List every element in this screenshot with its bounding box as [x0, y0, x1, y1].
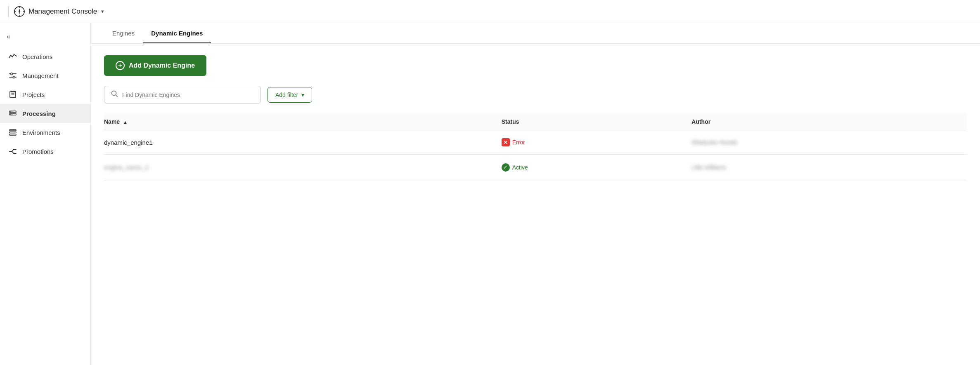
- engine-author-cell: Wladyslav Nowak: [685, 130, 967, 155]
- sidebar-item-projects-label: Projects: [22, 91, 45, 98]
- column-header-author: Author: [685, 113, 967, 130]
- filter-chevron-icon: ▾: [301, 92, 304, 98]
- engine-status-cell: ✕ Error: [495, 130, 685, 155]
- svg-point-18: [10, 111, 11, 112]
- sidebar-item-promotions-label: Promotions: [22, 148, 54, 155]
- sidebar-item-processing[interactable]: Processing: [0, 104, 90, 123]
- svg-point-19: [10, 114, 11, 115]
- svg-rect-23: [9, 132, 16, 133]
- status-label: Active: [512, 164, 528, 171]
- plus-circle-icon: +: [116, 61, 125, 70]
- add-button-label: Add Dynamic Engine: [129, 62, 195, 69]
- status-badge-active: ✓ Active: [502, 163, 528, 172]
- svg-rect-24: [9, 134, 16, 135]
- status-label: Error: [512, 139, 525, 146]
- sidebar-item-management-label: Management: [22, 72, 59, 79]
- table-row: dynamic_engine1: [104, 130, 967, 155]
- sidebar-item-management[interactable]: Management: [0, 66, 90, 85]
- sidebar: « Operations Management: [0, 23, 91, 365]
- processing-icon: [8, 109, 17, 118]
- app-name: Management Console: [28, 7, 97, 16]
- engine-status-cell: ✓ Active: [495, 155, 685, 180]
- management-icon: [8, 71, 17, 80]
- engines-table: Name ▲ Status Author: [104, 113, 967, 180]
- column-header-status: Status: [495, 113, 685, 130]
- add-dynamic-engine-button[interactable]: + Add Dynamic Engine: [104, 55, 206, 76]
- table-header: Name ▲ Status Author: [104, 113, 967, 130]
- projects-icon: [8, 90, 17, 99]
- tab-dynamic-engines[interactable]: Dynamic Engines: [143, 23, 211, 43]
- sidebar-item-projects[interactable]: Projects: [0, 85, 90, 104]
- svg-point-21: [12, 114, 12, 115]
- engine-name-cell: engine_name_2 + 🗑: [104, 155, 495, 180]
- engine-name-cell: dynamic_engine1: [104, 130, 495, 155]
- sort-arrow-icon: ▲: [123, 120, 128, 125]
- engine-name-blurred: engine_name_2: [104, 164, 149, 171]
- author-blurred: Wladyslav Nowak: [691, 139, 737, 146]
- svg-line-31: [116, 95, 118, 97]
- engine-name: dynamic_engine1: [104, 139, 462, 146]
- compass-icon: [14, 6, 25, 17]
- sidebar-item-operations-label: Operations: [22, 53, 52, 60]
- svg-point-11: [13, 76, 15, 78]
- svg-rect-22: [9, 130, 16, 131]
- column-header-name[interactable]: Name ▲: [104, 113, 495, 130]
- tab-engines[interactable]: Engines: [104, 23, 143, 43]
- operations-icon: [8, 52, 17, 61]
- environments-icon: [8, 128, 17, 137]
- svg-rect-34: [481, 141, 485, 145]
- header-logo[interactable]: Management Console ▾: [14, 6, 104, 17]
- table-row: engine_name_2 + 🗑 ✓ Active: [104, 155, 967, 180]
- sidebar-item-processing-label: Processing: [22, 110, 56, 117]
- active-icon: ✓: [502, 163, 510, 172]
- delete-row-button[interactable]: 🗑: [161, 161, 172, 173]
- engine-author-cell: Lillie Williams: [685, 155, 967, 180]
- delete-row-button[interactable]: [478, 137, 488, 148]
- search-input[interactable]: [122, 92, 254, 98]
- top-header: Management Console ▾: [0, 0, 980, 23]
- main-layout: « Operations Management: [0, 23, 980, 365]
- search-box[interactable]: [104, 86, 261, 104]
- error-icon: ✕: [502, 138, 510, 146]
- author-blurred: Lillie Williams: [691, 164, 726, 171]
- sidebar-collapse-button[interactable]: «: [0, 30, 90, 47]
- content-body: + Add Dynamic Engine Add filter ▾: [91, 44, 980, 192]
- svg-line-26: [12, 149, 14, 151]
- search-filter-row: Add filter ▾: [104, 86, 967, 104]
- svg-point-20: [12, 111, 12, 112]
- app-chevron-icon[interactable]: ▾: [101, 8, 104, 14]
- svg-marker-6: [19, 8, 20, 11]
- svg-point-9: [11, 73, 13, 75]
- add-row-button[interactable]: [462, 137, 473, 148]
- promotions-icon: [8, 147, 17, 156]
- svg-line-27: [12, 151, 14, 153]
- filter-label: Add filter: [275, 92, 298, 98]
- sidebar-item-environments[interactable]: Environments: [0, 123, 90, 142]
- tabs-bar: Engines Dynamic Engines: [91, 23, 980, 44]
- svg-marker-7: [19, 12, 20, 15]
- sidebar-item-operations[interactable]: Operations: [0, 47, 90, 66]
- add-row-button[interactable]: +: [149, 161, 156, 173]
- sidebar-item-promotions[interactable]: Promotions: [0, 142, 90, 161]
- table-body: dynamic_engine1: [104, 130, 967, 180]
- add-filter-button[interactable]: Add filter ▾: [267, 87, 312, 103]
- collapse-icon[interactable]: «: [7, 33, 10, 40]
- search-icon: [111, 90, 118, 99]
- content-area: Engines Dynamic Engines + Add Dynamic En…: [91, 23, 980, 365]
- header-divider: [8, 6, 9, 17]
- sidebar-item-environments-label: Environments: [22, 129, 60, 136]
- status-badge-error: ✕ Error: [502, 138, 525, 146]
